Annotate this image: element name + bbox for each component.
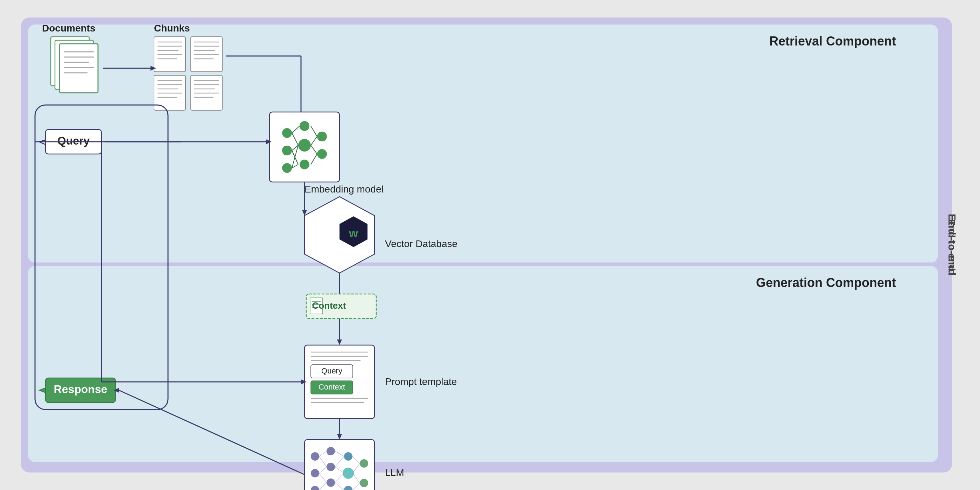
- svg-point-61: [317, 149, 327, 159]
- svg-point-100: [343, 468, 354, 479]
- retrieval-title: Retrieval Component: [769, 34, 896, 48]
- llm-label: LLM: [385, 467, 404, 478]
- svg-point-97: [326, 479, 335, 487]
- prompt-query-badge: Query: [321, 366, 342, 375]
- svg-point-92: [311, 452, 319, 461]
- svg-point-60: [317, 132, 327, 142]
- svg-point-55: [282, 146, 292, 155]
- svg-point-59: [300, 160, 309, 169]
- svg-point-102: [360, 459, 368, 468]
- end-to-end-label: End-to-end: [947, 219, 957, 271]
- svg-point-57: [300, 121, 309, 131]
- response-bubble: Response: [54, 383, 107, 396]
- svg-point-54: [282, 128, 292, 138]
- query-bubble: Query: [57, 134, 90, 147]
- generation-title: Generation Component: [756, 275, 896, 290]
- svg-text:W: W: [349, 229, 358, 239]
- prompt-context-badge: Context: [318, 383, 345, 391]
- svg-rect-12: [59, 44, 98, 93]
- vector-database-label: Vector Database: [385, 239, 457, 249]
- svg-point-58: [298, 139, 311, 151]
- svg-point-56: [282, 163, 292, 173]
- svg-point-96: [326, 463, 335, 471]
- context-label: Context: [312, 300, 346, 311]
- svg-point-93: [311, 469, 319, 477]
- prompt-template-label: Prompt template: [385, 376, 457, 387]
- chunks-label: Chunks: [154, 23, 190, 33]
- svg-point-95: [326, 447, 335, 455]
- svg-rect-3: [28, 266, 938, 462]
- svg-point-99: [344, 452, 352, 461]
- documents-label: Documents: [42, 23, 95, 33]
- embedding-model-label: Embedding model: [304, 184, 383, 195]
- svg-point-103: [360, 479, 368, 487]
